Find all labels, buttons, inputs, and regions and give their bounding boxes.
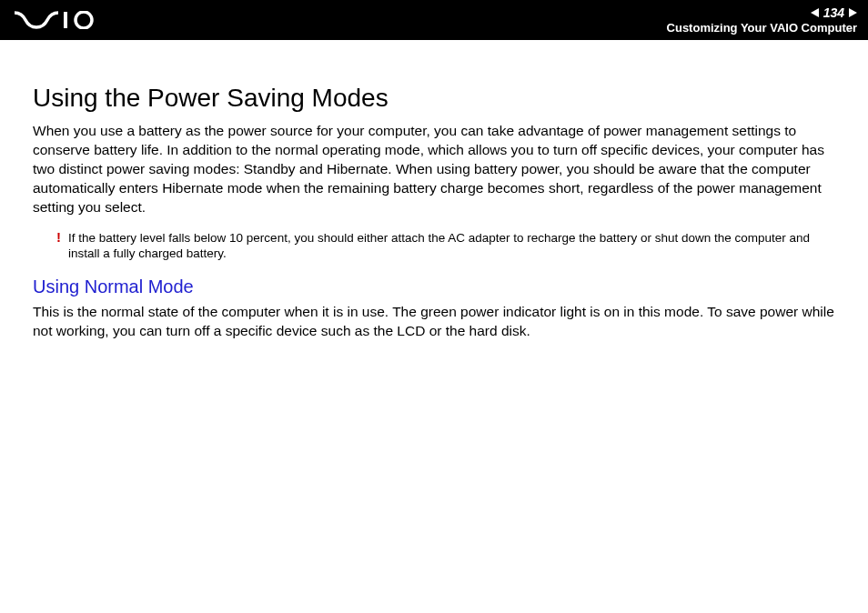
prev-page-icon[interactable]: [811, 8, 819, 17]
section-label: Customizing Your VAIO Computer: [667, 21, 857, 35]
warning-text: If the battery level falls below 10 perc…: [68, 230, 835, 262]
content-area: Using the Power Saving Modes When you us…: [0, 40, 868, 372]
vaio-logo-svg: [15, 11, 102, 29]
svg-rect-0: [64, 12, 67, 28]
warning-icon: !: [56, 230, 61, 246]
sub-body-text: This is the normal state of the computer…: [33, 303, 835, 341]
subheading: Using Normal Mode: [33, 276, 835, 297]
page-title: Using the Power Saving Modes: [33, 84, 835, 113]
vaio-logo: [15, 11, 102, 29]
intro-paragraph: When you use a battery as the power sour…: [33, 122, 835, 217]
header-right: 134 Customizing Your VAIO Computer: [667, 5, 857, 35]
page-number: 134: [822, 5, 846, 20]
warning-note: ! If the battery level falls below 10 pe…: [33, 230, 835, 262]
svg-point-1: [76, 12, 92, 28]
header-bar: 134 Customizing Your VAIO Computer: [0, 0, 868, 40]
page-nav: 134: [667, 5, 857, 20]
next-page-icon[interactable]: [849, 8, 857, 17]
